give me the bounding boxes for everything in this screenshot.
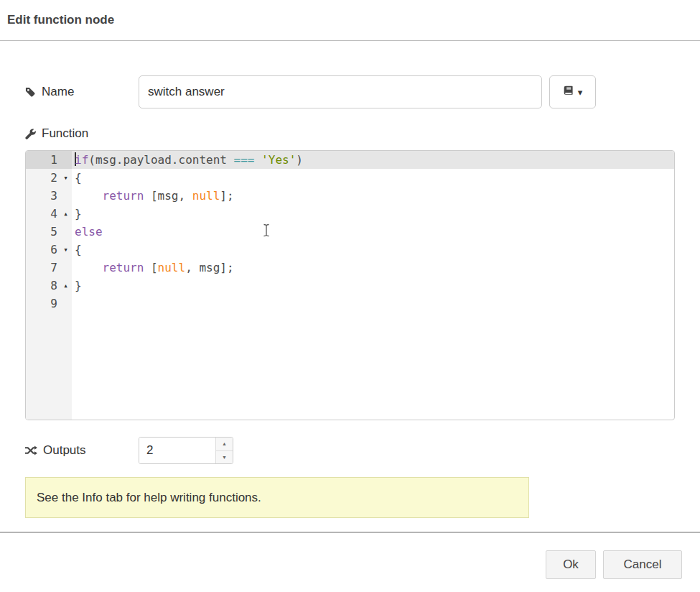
name-input[interactable] [139,75,542,108]
tag-icon [25,87,36,98]
fold-open-icon[interactable]: ▾ [60,174,72,182]
line-number: 5 [26,223,60,241]
line-number: 9 [26,295,60,313]
fold-close-icon[interactable]: ▴ [60,210,72,218]
fold-close-icon[interactable]: ▴ [60,282,72,290]
code-editor[interactable]: 12▾34▴56▾78▴9 if(msg.payload.content ===… [25,150,675,420]
line-number: 4 [26,205,60,223]
fold-open-icon[interactable]: ▾ [60,246,72,254]
ok-button[interactable]: Ok [546,550,596,579]
gutter-line: 4▴ [26,205,72,223]
dialog-header: Edit function node [0,0,700,41]
dialog-title: Edit function node [7,13,114,27]
code-line[interactable]: } [72,205,674,223]
function-label-row: Function [25,126,675,142]
code-line[interactable]: if(msg.payload.content === 'Yes') [72,151,674,169]
spin-buttons: ▲ ▼ [215,438,233,463]
code-line[interactable]: { [72,169,674,187]
line-number: 8 [26,277,60,295]
gutter-line: 1 [26,151,72,169]
code-line[interactable]: { [72,241,674,259]
gutter-line: 8▴ [26,277,72,295]
spin-up-icon: ▲ [222,441,227,446]
line-number: 7 [26,259,60,277]
name-label-text: Name [42,85,74,99]
form-tip: See the Info tab for help writing functi… [25,477,529,518]
spin-up-button[interactable]: ▲ [216,438,233,451]
code-line[interactable] [72,295,674,313]
shuffle-icon [25,445,37,455]
dialog-content: Name ▾ Function 12▾34▴56▾78▴9 if(msg.pay… [0,41,700,518]
spin-down-button[interactable]: ▼ [216,451,233,464]
editor-gutter: 12▾34▴56▾78▴9 [26,151,72,420]
code-line[interactable]: return [null, msg]; [72,259,674,277]
wrench-icon [25,129,36,139]
gutter-line: 2▾ [26,169,72,187]
line-number: 1 [26,151,60,169]
gutter-line: 7 [26,259,72,277]
code-line[interactable]: return [msg, null]; [72,187,674,205]
outputs-row: Outputs ▲ ▼ [25,437,675,464]
outputs-input[interactable] [139,438,215,463]
gutter-line: 9 [26,295,72,313]
outputs-label-text: Outputs [43,443,86,458]
name-row: Name ▾ [25,75,675,108]
gutter-line: 3 [26,187,72,205]
code-line[interactable]: } [72,277,674,295]
library-button[interactable]: ▾ [549,75,596,108]
function-label-text: Function [42,126,88,141]
line-number: 2 [26,169,60,187]
gutter-line: 6▾ [26,241,72,259]
dialog-footer: Ok Cancel [0,533,700,579]
form-tip-text: See the Info tab for help writing functi… [37,491,261,505]
outputs-spinner: ▲ ▼ [139,437,233,464]
editor-code: if(msg.payload.content === 'Yes'){ retur… [72,151,674,420]
edit-function-dialog: Edit function node Name ▾ Function [0,0,700,579]
name-label: Name [25,85,139,99]
code-line[interactable]: else [72,223,674,241]
outputs-label: Outputs [25,443,139,458]
line-number: 3 [26,187,60,205]
cancel-button[interactable]: Cancel [603,550,682,579]
spin-down-icon: ▼ [222,455,227,460]
gutter-line: 5 [26,223,72,241]
line-number: 6 [26,241,60,259]
book-icon [563,85,574,98]
caret-down-icon: ▾ [578,88,583,97]
